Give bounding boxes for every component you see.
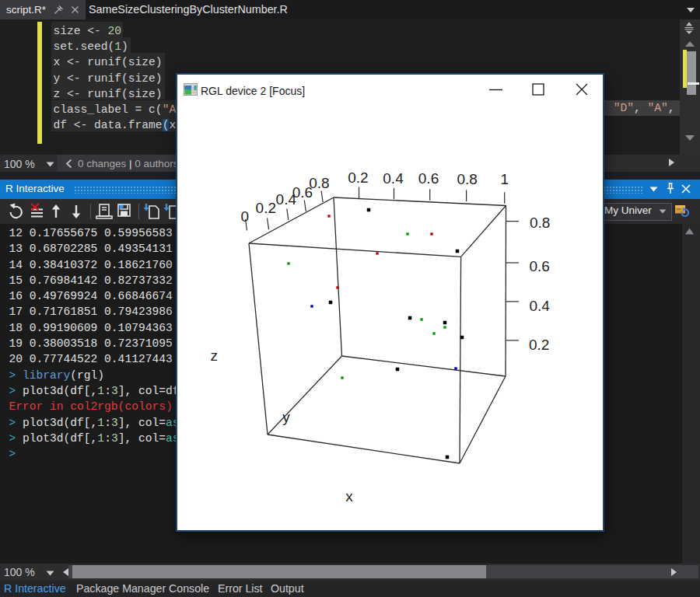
- svg-text:0.8: 0.8: [530, 215, 550, 231]
- svg-text:0.6: 0.6: [418, 170, 439, 187]
- svg-text:0.8: 0.8: [309, 175, 329, 191]
- svg-text:0.4: 0.4: [383, 170, 404, 187]
- svg-text:x: x: [345, 488, 353, 504]
- svg-text:0.4: 0.4: [530, 298, 551, 314]
- svg-text:1: 1: [501, 171, 509, 187]
- svg-text:0.2: 0.2: [529, 337, 549, 353]
- svg-text:0: 0: [241, 208, 250, 225]
- svg-text:y: y: [282, 409, 290, 425]
- svg-text:0.8: 0.8: [457, 171, 477, 187]
- svg-text:0.2: 0.2: [256, 200, 276, 216]
- svg-text:0.6: 0.6: [530, 258, 550, 274]
- svg-text:z: z: [211, 347, 219, 364]
- svg-text:0.2: 0.2: [348, 169, 368, 186]
